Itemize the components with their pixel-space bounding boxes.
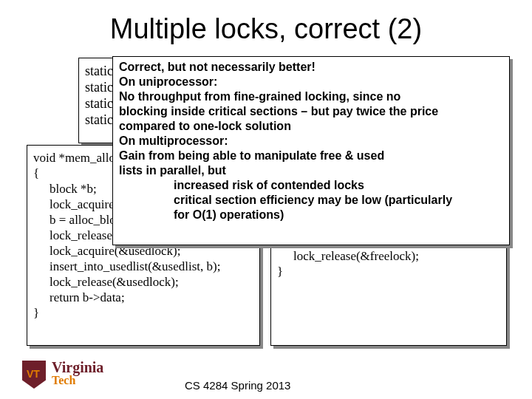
code-line: lock_release(&freelock); bbox=[277, 248, 502, 264]
logo-text: Virginia Tech bbox=[52, 361, 103, 387]
note-line: On multiprocessor: bbox=[119, 134, 503, 149]
code-line: } bbox=[277, 264, 502, 279]
code-line: lock_release(&usedlock); bbox=[33, 274, 255, 290]
slide-title: Multiple locks, correct (2) bbox=[0, 13, 532, 45]
note-line: lists in parallel, but bbox=[119, 163, 503, 178]
note-line: On uniprocessor: bbox=[119, 75, 503, 89]
code-line: lock_acquire(&usedlock); bbox=[33, 243, 255, 259]
note-line: No throughput from fine-grained locking,… bbox=[119, 89, 503, 104]
note-line: critical section efficiency may be low (… bbox=[119, 193, 503, 208]
code-line: insert_into_usedlist(&usedlist, b); bbox=[33, 259, 255, 274]
note-line: Correct, but not necessarily better! bbox=[119, 60, 503, 75]
content-area: static struct list freelist; static stru… bbox=[27, 58, 508, 343]
shield-icon bbox=[22, 361, 46, 389]
footer-text: CS 4284 Spring 2013 bbox=[185, 379, 290, 392]
logo-bottom: Tech bbox=[52, 374, 103, 387]
note-line: Gain from being able to manipulate free … bbox=[119, 149, 503, 163]
commentary-box: Correct, but not necessarily better! On … bbox=[112, 56, 510, 245]
vt-logo: Virginia Tech bbox=[22, 359, 140, 392]
logo-top: Virginia bbox=[52, 359, 103, 375]
note-line: for O(1) operations) bbox=[119, 208, 503, 222]
code-line: } bbox=[33, 305, 255, 321]
note-line: compared to one-lock solution bbox=[119, 119, 503, 134]
note-line: increased risk of contended locks bbox=[119, 178, 503, 193]
code-line: return b->data; bbox=[33, 290, 255, 305]
note-line: blocking inside critical sections – but … bbox=[119, 104, 503, 119]
